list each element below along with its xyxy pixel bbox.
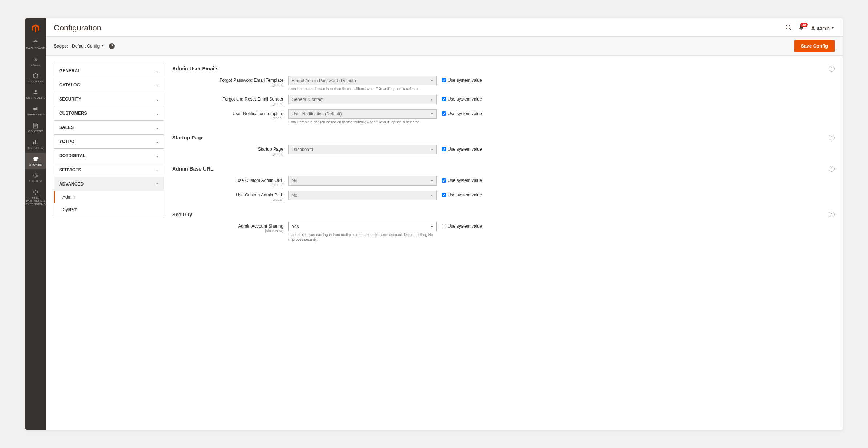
checkbox-sys-reset-sender[interactable]	[442, 97, 446, 101]
label-custom-path: Use Custom Admin Path	[236, 192, 283, 197]
checkbox-sys-startup-page[interactable]	[442, 147, 446, 151]
note-account-sharing: If set to Yes, you can log in from multi…	[288, 232, 437, 242]
tab-customers[interactable]: CUSTOMERS⌄	[54, 106, 164, 120]
chevron-down-icon: ⌄	[156, 140, 159, 144]
select-startup-page[interactable]: Dashboard	[288, 145, 437, 154]
checkbox-sys-account-sharing[interactable]	[442, 224, 446, 228]
checkbox-sys-custom-url[interactable]	[442, 178, 446, 183]
section-header-baseurl[interactable]: Admin Base URL ⌃	[172, 164, 835, 176]
collapse-icon: ⌃	[829, 66, 835, 72]
sidenav-partners[interactable]: FIND PARTNERS & EXTENSIONS	[25, 186, 46, 209]
checkbox-sys-forgot-template[interactable]	[442, 78, 446, 82]
admin-user-menu[interactable]: admin▼	[811, 25, 835, 31]
label-startup-page: Startup Page	[258, 147, 283, 152]
select-reset-sender[interactable]: General Contact	[288, 95, 437, 104]
chevron-down-icon: ⌄	[156, 111, 159, 115]
search-icon	[785, 24, 792, 31]
scope-help-button[interactable]: ?	[109, 43, 115, 49]
sidenav-marketing[interactable]: MARKETING	[25, 103, 46, 119]
page-header: Configuration 39 admin▼	[46, 18, 843, 37]
note-forgot-template: Email template chosen based on theme fal…	[288, 86, 437, 91]
store-icon	[32, 156, 39, 162]
chevron-down-icon: ▼	[831, 26, 835, 30]
section-header-startup[interactable]: Startup Page ⌃	[172, 133, 835, 145]
subtab-system[interactable]: System	[54, 203, 164, 216]
question-icon: ?	[111, 44, 113, 48]
box-icon	[32, 73, 39, 79]
page-icon	[32, 122, 39, 129]
label-account-sharing: Admin Account Sharing	[238, 224, 283, 229]
sidenav-content[interactable]: CONTENT	[25, 119, 46, 136]
page-title: Configuration	[54, 23, 785, 33]
label-custom-url: Use Custom Admin URL	[236, 178, 283, 183]
scope-selector[interactable]: Default Config▼	[72, 44, 104, 49]
section-security: Security ⌃ Admin Account Sharing[store v…	[172, 209, 835, 242]
dashboard-icon	[32, 39, 39, 46]
chevron-down-icon: ⌄	[156, 154, 159, 158]
sidenav-sales[interactable]: $SALES	[25, 53, 46, 70]
section-startup-page: Startup Page ⌃ Startup Page[global] Dash…	[172, 133, 835, 156]
tab-services[interactable]: SERVICES⌄	[54, 163, 164, 177]
tab-general[interactable]: GENERAL⌄	[54, 64, 164, 78]
section-admin-user-emails: Admin User Emails ⌃ Forgot Password Emai…	[172, 64, 835, 125]
tab-dotdigital[interactable]: DOTDIGITAL⌄	[54, 148, 164, 163]
chevron-down-icon: ▼	[101, 44, 104, 48]
label-reset-sender: Forgot and Reset Email Sender	[222, 97, 283, 102]
scope-bar: Scope: Default Config▼ ? Save Config	[46, 37, 843, 56]
collapse-icon: ⌃	[829, 166, 835, 172]
partners-icon	[32, 189, 39, 195]
tab-sales[interactable]: SALES⌄	[54, 120, 164, 134]
magento-logo-icon	[31, 24, 40, 33]
section-admin-base-url: Admin Base URL ⌃ Use Custom Admin URL[gl…	[172, 164, 835, 201]
tab-catalog[interactable]: CATALOG⌄	[54, 78, 164, 92]
collapse-icon: ⌃	[829, 212, 835, 217]
config-tabs-sidebar: GENERAL⌄ CATALOG⌄ SECURITY⌄ CUSTOMERS⌄ S…	[54, 64, 164, 422]
sidenav-reports[interactable]: REPORTS	[25, 136, 46, 153]
config-form: Admin User Emails ⌃ Forgot Password Emai…	[172, 64, 835, 422]
tab-yotpo[interactable]: YOTPO⌄	[54, 134, 164, 148]
chevron-down-icon: ⌄	[156, 168, 159, 172]
svg-text:$: $	[34, 56, 37, 62]
tab-advanced[interactable]: ADVANCED⌃	[54, 177, 164, 191]
admin-sidenav: DASHBOARD $SALES CATALOG CUSTOMERS MARKE…	[25, 18, 46, 430]
subtab-admin[interactable]: Admin	[54, 191, 164, 203]
barchart-icon	[32, 139, 39, 146]
gear-icon	[32, 172, 39, 179]
sidenav-stores[interactable]: STORES	[25, 153, 46, 170]
notification-badge: 39	[800, 23, 808, 27]
notifications-button[interactable]: 39	[798, 25, 804, 32]
search-button[interactable]	[785, 24, 792, 32]
select-user-notif[interactable]: User Notification (Default)	[288, 109, 437, 119]
checkbox-sys-custom-path[interactable]	[442, 193, 446, 197]
select-account-sharing[interactable]: Yes	[288, 222, 437, 231]
dollar-icon: $	[32, 56, 39, 62]
user-icon	[811, 25, 816, 30]
chevron-up-icon: ⌃	[156, 182, 159, 186]
sidenav-customers[interactable]: CUSTOMERS	[25, 86, 46, 103]
megaphone-icon	[32, 106, 39, 112]
scope-label: Scope:	[54, 44, 68, 49]
chevron-down-icon: ⌄	[156, 83, 159, 87]
tab-security[interactable]: SECURITY⌄	[54, 92, 164, 106]
save-config-button[interactable]: Save Config	[794, 40, 835, 52]
sidenav-dashboard[interactable]: DASHBOARD	[25, 36, 46, 53]
note-user-notif: Email template chosen based on theme fal…	[288, 120, 437, 125]
collapse-icon: ⌃	[829, 135, 835, 140]
select-forgot-template[interactable]: Forgot Admin Password (Default)	[288, 76, 437, 85]
sidenav-catalog[interactable]: CATALOG	[25, 70, 46, 86]
label-forgot-template: Forgot Password Email Template	[219, 78, 283, 83]
chevron-down-icon: ⌄	[156, 97, 159, 101]
section-header-security[interactable]: Security ⌃	[172, 209, 835, 222]
sidenav-system[interactable]: SYSTEM	[25, 169, 46, 186]
select-custom-path[interactable]: No	[288, 191, 437, 200]
select-custom-url[interactable]: No	[288, 176, 437, 186]
checkbox-sys-user-notif[interactable]	[442, 111, 446, 116]
section-header-emails[interactable]: Admin User Emails ⌃	[172, 64, 835, 76]
person-icon	[32, 89, 39, 95]
label-user-notif: User Notification Template	[233, 111, 283, 116]
chevron-down-icon: ⌄	[156, 69, 159, 73]
chevron-down-icon: ⌄	[156, 126, 159, 130]
